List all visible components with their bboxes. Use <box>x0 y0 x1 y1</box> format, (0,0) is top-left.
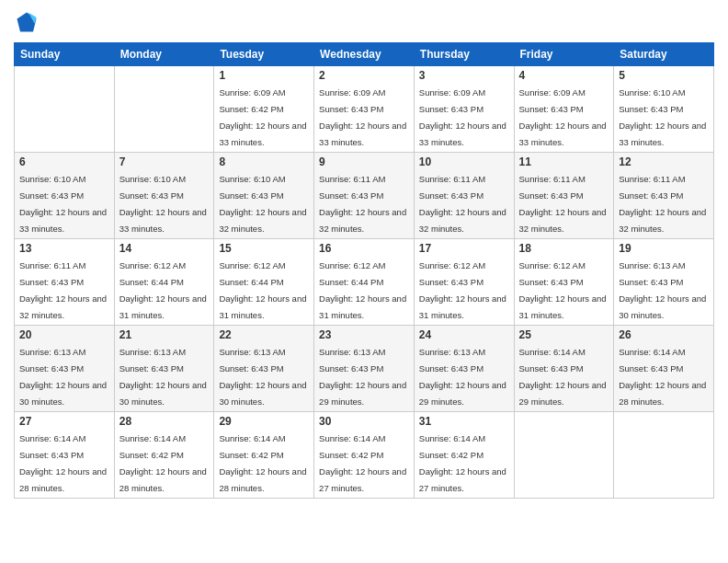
day-info: Sunrise: 6:12 AMSunset: 6:43 PMDaylight:… <box>519 260 607 320</box>
day-info: Sunrise: 6:13 AMSunset: 6:43 PMDaylight:… <box>19 347 107 407</box>
calendar-cell: 26 Sunrise: 6:14 AMSunset: 6:43 PMDaylig… <box>614 326 714 412</box>
day-number: 28 <box>119 415 210 428</box>
day-number: 22 <box>219 328 309 341</box>
day-number: 20 <box>19 328 109 341</box>
calendar-cell: 18 Sunrise: 6:12 AMSunset: 6:43 PMDaylig… <box>514 239 614 326</box>
day-info: Sunrise: 6:14 AMSunset: 6:43 PMDaylight:… <box>619 347 706 407</box>
day-number: 3 <box>419 69 509 82</box>
calendar-cell: 5 Sunrise: 6:10 AMSunset: 6:43 PMDayligh… <box>614 66 714 153</box>
day-info: Sunrise: 6:10 AMSunset: 6:43 PMDaylight:… <box>219 174 306 234</box>
day-info: Sunrise: 6:13 AMSunset: 6:43 PMDaylight:… <box>319 347 406 407</box>
calendar-cell: 3 Sunrise: 6:09 AMSunset: 6:43 PMDayligh… <box>414 66 514 153</box>
calendar-cell: 13 Sunrise: 6:11 AMSunset: 6:43 PMDaylig… <box>15 239 115 326</box>
calendar-cell: 19 Sunrise: 6:13 AMSunset: 6:43 PMDaylig… <box>614 239 714 326</box>
day-number: 14 <box>119 242 210 255</box>
week-row-1: 1 Sunrise: 6:09 AMSunset: 6:42 PMDayligh… <box>15 66 714 153</box>
day-info: Sunrise: 6:09 AMSunset: 6:43 PMDaylight:… <box>319 87 406 147</box>
day-info: Sunrise: 6:11 AMSunset: 6:43 PMDaylight:… <box>19 260 107 320</box>
calendar-cell: 25 Sunrise: 6:14 AMSunset: 6:43 PMDaylig… <box>514 326 614 412</box>
calendar-cell: 16 Sunrise: 6:12 AMSunset: 6:44 PMDaylig… <box>314 239 415 326</box>
day-number: 25 <box>519 328 609 341</box>
day-info: Sunrise: 6:10 AMSunset: 6:43 PMDaylight:… <box>19 174 107 234</box>
day-info: Sunrise: 6:12 AMSunset: 6:44 PMDaylight:… <box>219 260 306 320</box>
calendar-header-row: SundayMondayTuesdayWednesdayThursdayFrid… <box>15 43 714 66</box>
calendar-cell: 17 Sunrise: 6:12 AMSunset: 6:43 PMDaylig… <box>414 239 514 326</box>
calendar-cell: 29 Sunrise: 6:14 AMSunset: 6:42 PMDaylig… <box>214 412 314 499</box>
calendar-cell: 12 Sunrise: 6:11 AMSunset: 6:43 PMDaylig… <box>614 153 714 239</box>
calendar: SundayMondayTuesdayWednesdayThursdayFrid… <box>14 42 714 499</box>
day-number: 23 <box>319 328 409 341</box>
day-number: 5 <box>619 69 709 82</box>
day-info: Sunrise: 6:12 AMSunset: 6:43 PMDaylight:… <box>419 260 506 320</box>
day-info: Sunrise: 6:10 AMSunset: 6:43 PMDaylight:… <box>119 174 207 234</box>
calendar-cell: 27 Sunrise: 6:14 AMSunset: 6:43 PMDaylig… <box>15 412 115 499</box>
calendar-cell: 9 Sunrise: 6:11 AMSunset: 6:43 PMDayligh… <box>314 153 415 239</box>
day-number: 31 <box>419 415 509 428</box>
calendar-cell: 31 Sunrise: 6:14 AMSunset: 6:42 PMDaylig… <box>414 412 514 499</box>
header <box>14 9 714 35</box>
day-number: 15 <box>219 242 309 255</box>
col-header-thursday: Thursday <box>414 43 514 66</box>
week-row-5: 27 Sunrise: 6:14 AMSunset: 6:43 PMDaylig… <box>15 412 714 499</box>
day-info: Sunrise: 6:13 AMSunset: 6:43 PMDaylight:… <box>219 347 306 407</box>
day-info: Sunrise: 6:11 AMSunset: 6:43 PMDaylight:… <box>519 174 607 234</box>
day-info: Sunrise: 6:11 AMSunset: 6:43 PMDaylight:… <box>419 174 506 234</box>
calendar-cell: 20 Sunrise: 6:13 AMSunset: 6:43 PMDaylig… <box>15 326 115 412</box>
calendar-cell: 22 Sunrise: 6:13 AMSunset: 6:43 PMDaylig… <box>214 326 314 412</box>
calendar-cell: 14 Sunrise: 6:12 AMSunset: 6:44 PMDaylig… <box>114 239 214 326</box>
calendar-cell: 4 Sunrise: 6:09 AMSunset: 6:43 PMDayligh… <box>514 66 614 153</box>
calendar-cell <box>614 412 714 499</box>
calendar-cell <box>114 66 214 153</box>
day-number: 8 <box>219 155 309 168</box>
day-info: Sunrise: 6:14 AMSunset: 6:43 PMDaylight:… <box>519 347 607 407</box>
col-header-saturday: Saturday <box>614 43 714 66</box>
calendar-cell: 24 Sunrise: 6:13 AMSunset: 6:43 PMDaylig… <box>414 326 514 412</box>
day-number: 12 <box>619 155 709 168</box>
day-info: Sunrise: 6:13 AMSunset: 6:43 PMDaylight:… <box>619 260 706 320</box>
day-number: 29 <box>219 415 309 428</box>
svg-marker-0 <box>17 13 37 32</box>
day-number: 27 <box>19 415 109 428</box>
day-number: 11 <box>519 155 609 168</box>
week-row-4: 20 Sunrise: 6:13 AMSunset: 6:43 PMDaylig… <box>15 326 714 412</box>
day-number: 4 <box>519 69 609 82</box>
week-row-2: 6 Sunrise: 6:10 AMSunset: 6:43 PMDayligh… <box>15 153 714 239</box>
day-number: 10 <box>419 155 509 168</box>
day-number: 30 <box>319 415 409 428</box>
col-header-monday: Monday <box>114 43 214 66</box>
day-number: 16 <box>319 242 409 255</box>
day-info: Sunrise: 6:12 AMSunset: 6:44 PMDaylight:… <box>319 260 406 320</box>
calendar-cell: 15 Sunrise: 6:12 AMSunset: 6:44 PMDaylig… <box>214 239 314 326</box>
day-info: Sunrise: 6:11 AMSunset: 6:43 PMDaylight:… <box>319 174 406 234</box>
day-number: 2 <box>319 69 409 82</box>
calendar-cell: 30 Sunrise: 6:14 AMSunset: 6:42 PMDaylig… <box>314 412 415 499</box>
logo <box>14 9 43 35</box>
day-info: Sunrise: 6:13 AMSunset: 6:43 PMDaylight:… <box>419 347 506 407</box>
calendar-cell: 10 Sunrise: 6:11 AMSunset: 6:43 PMDaylig… <box>414 153 514 239</box>
calendar-cell: 11 Sunrise: 6:11 AMSunset: 6:43 PMDaylig… <box>514 153 614 239</box>
calendar-cell: 2 Sunrise: 6:09 AMSunset: 6:43 PMDayligh… <box>314 66 415 153</box>
day-info: Sunrise: 6:11 AMSunset: 6:43 PMDaylight:… <box>619 174 706 234</box>
calendar-cell: 7 Sunrise: 6:10 AMSunset: 6:43 PMDayligh… <box>114 153 214 239</box>
calendar-cell: 8 Sunrise: 6:10 AMSunset: 6:43 PMDayligh… <box>214 153 314 239</box>
day-info: Sunrise: 6:10 AMSunset: 6:43 PMDaylight:… <box>619 87 706 147</box>
day-number: 7 <box>119 155 210 168</box>
calendar-cell <box>514 412 614 499</box>
day-number: 19 <box>619 242 709 255</box>
calendar-cell: 6 Sunrise: 6:10 AMSunset: 6:43 PMDayligh… <box>15 153 115 239</box>
day-number: 18 <box>519 242 609 255</box>
day-number: 9 <box>319 155 409 168</box>
day-info: Sunrise: 6:09 AMSunset: 6:43 PMDaylight:… <box>519 87 607 147</box>
day-info: Sunrise: 6:13 AMSunset: 6:43 PMDaylight:… <box>119 347 207 407</box>
day-info: Sunrise: 6:14 AMSunset: 6:42 PMDaylight:… <box>219 433 306 493</box>
day-number: 13 <box>19 242 109 255</box>
day-info: Sunrise: 6:14 AMSunset: 6:42 PMDaylight:… <box>119 433 207 493</box>
col-header-tuesday: Tuesday <box>214 43 314 66</box>
week-row-3: 13 Sunrise: 6:11 AMSunset: 6:43 PMDaylig… <box>15 239 714 326</box>
day-number: 24 <box>419 328 509 341</box>
calendar-cell: 23 Sunrise: 6:13 AMSunset: 6:43 PMDaylig… <box>314 326 415 412</box>
col-header-friday: Friday <box>514 43 614 66</box>
calendar-cell: 1 Sunrise: 6:09 AMSunset: 6:42 PMDayligh… <box>214 66 314 153</box>
day-info: Sunrise: 6:09 AMSunset: 6:43 PMDaylight:… <box>419 87 506 147</box>
day-info: Sunrise: 6:12 AMSunset: 6:44 PMDaylight:… <box>119 260 207 320</box>
